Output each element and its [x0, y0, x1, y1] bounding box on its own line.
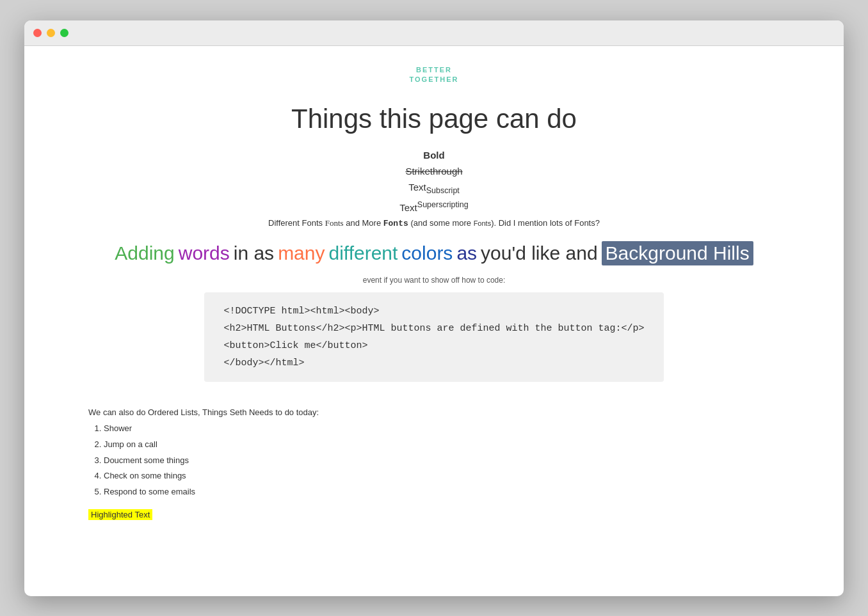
- browser-window: BETTER TOGETHER Things this page can do …: [24, 20, 844, 596]
- superscript-demo: TextSuperscripting: [63, 200, 805, 213]
- list-item: Check on some things: [104, 468, 805, 484]
- brand-logo: BETTER TOGETHER: [63, 65, 805, 85]
- bold-demo: Bold: [63, 150, 805, 161]
- titlebar: [24, 20, 844, 46]
- page-content: BETTER TOGETHER Things this page can do …: [24, 46, 844, 558]
- minimize-button[interactable]: [47, 29, 55, 37]
- close-button[interactable]: [33, 29, 42, 37]
- list-item: Jump on a call: [104, 437, 805, 453]
- fonts-demo: Different Fonts Fonts and More Fonts (an…: [63, 218, 805, 228]
- list-item: Respond to some emails: [104, 484, 805, 500]
- ordered-list-section: We can also do Ordered Lists, Things Set…: [88, 407, 805, 519]
- code-block: <!DOCTYPE html><html><body> <h2>HTML But…: [204, 292, 663, 382]
- subscript-demo: TextSubscript: [63, 182, 805, 195]
- highlighted-text: Highlighted Text: [88, 509, 152, 520]
- list-item: Doucment some things: [104, 453, 805, 469]
- page-title: Things this page can do: [63, 104, 805, 134]
- ordered-list: Shower Jump on a call Doucment some thin…: [88, 421, 805, 500]
- strikethrough-demo: Strikethrough: [63, 166, 805, 177]
- maximize-button[interactable]: [60, 29, 68, 37]
- colors-line: Adding words in as many different colors…: [63, 241, 805, 265]
- list-intro: We can also do Ordered Lists, Things Set…: [88, 407, 805, 417]
- event-note: event if you want to show off how to cod…: [63, 276, 805, 285]
- list-item: Shower: [104, 421, 805, 437]
